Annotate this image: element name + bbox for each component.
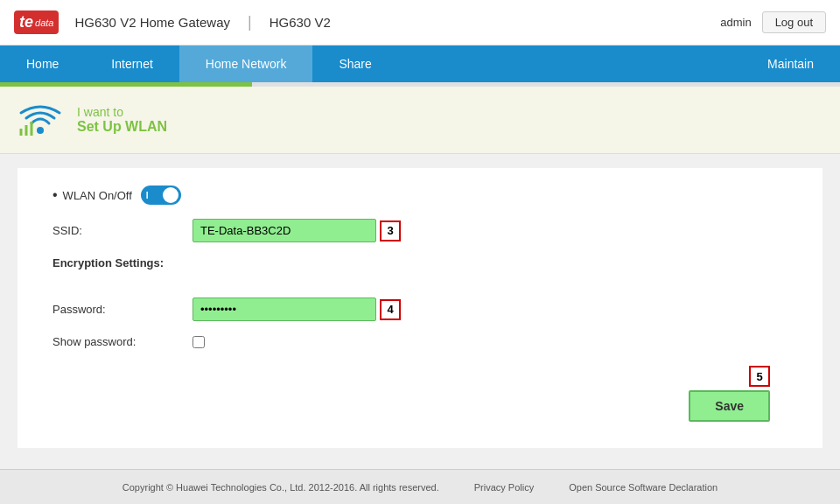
save-button[interactable]: Save — [689, 390, 770, 422]
banner-want-text: I want to — [77, 105, 167, 119]
wlan-bullet: • — [52, 187, 58, 203]
logo-data-text: data — [35, 18, 53, 28]
password-input-group: 4 — [192, 298, 401, 321]
password-input[interactable] — [192, 298, 376, 321]
wifi-icon — [18, 97, 63, 143]
ssid-row: SSID: 3 — [52, 219, 796, 242]
toggle-on-text: I — [146, 191, 149, 200]
encryption-row: Encryption Settings: — [52, 256, 796, 284]
toggle-knob — [163, 187, 178, 203]
footer: Copyright © Huawei Technologies Co., Ltd… — [0, 469, 840, 504]
logo-box: te data — [14, 10, 59, 34]
nav-share[interactable]: Share — [312, 46, 397, 82]
header-subtitle: HG630 V2 — [270, 15, 331, 30]
admin-label: admin — [720, 16, 751, 29]
password-badge: 4 — [380, 299, 401, 320]
nav-spacer — [398, 46, 741, 82]
encryption-label: Encryption Settings: — [52, 256, 192, 270]
header-right: admin Log out — [720, 11, 826, 33]
nav-home-network[interactable]: Home Network — [179, 46, 313, 82]
svg-point-0 — [37, 127, 44, 134]
privacy-policy-link[interactable]: Privacy Policy — [474, 482, 534, 493]
ssid-input[interactable] — [192, 219, 376, 242]
save-badge-wrapper: 5 Save — [689, 366, 770, 422]
save-badge: 5 — [749, 366, 770, 387]
header-divider: | — [248, 13, 252, 32]
logout-button[interactable]: Log out — [762, 11, 826, 33]
ssid-label: SSID: — [52, 224, 192, 237]
nav-maintain[interactable]: Maintain — [741, 46, 840, 82]
content-area: • WLAN On/Off I SSID: 3 Encryption Setti… — [18, 168, 822, 448]
wlan-toggle[interactable]: I — [141, 186, 181, 205]
logo-te-text: te — [19, 13, 33, 32]
password-row: Password: 4 — [52, 298, 796, 321]
copyright-text: Copyright © Huawei Technologies Co., Ltd… — [122, 482, 439, 493]
show-password-checkbox[interactable] — [192, 336, 205, 348]
open-source-link[interactable]: Open Source Software Declaration — [569, 482, 718, 493]
wlan-label: WLAN On/Off — [63, 189, 132, 202]
header: te data HG630 V2 Home Gateway | HG630 V2… — [0, 0, 840, 46]
navigation: Home Internet Home Network Share Maintai… — [0, 46, 840, 82]
password-label: Password: — [52, 303, 192, 316]
show-password-label: Show password: — [52, 335, 192, 348]
nav-internet[interactable]: Internet — [85, 46, 178, 82]
header-title: HG630 V2 Home Gateway — [74, 15, 230, 30]
show-password-row: Show password: — [52, 335, 796, 348]
ssid-badge: 3 — [380, 220, 401, 242]
banner-setup-text: Set Up WLAN — [77, 119, 167, 135]
save-area: 5 Save — [52, 366, 796, 422]
nav-home[interactable]: Home — [0, 46, 85, 82]
ssid-input-group: 3 — [192, 219, 401, 242]
banner: I want to Set Up WLAN — [0, 87, 840, 154]
banner-text: I want to Set Up WLAN — [77, 105, 167, 135]
wlan-toggle-row: • WLAN On/Off I — [52, 186, 796, 205]
logo-area: te data HG630 V2 Home Gateway | HG630 V2 — [14, 10, 331, 34]
